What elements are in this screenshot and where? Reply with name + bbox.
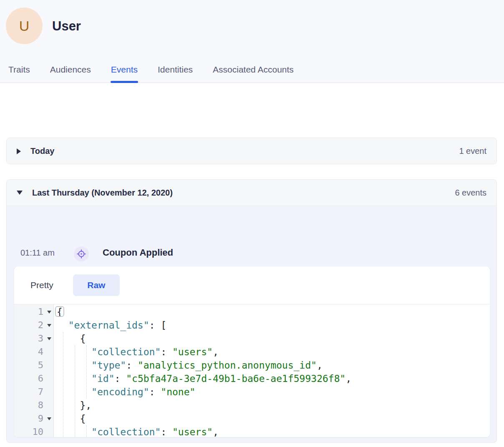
indent-guide xyxy=(75,345,75,437)
pretty-tab[interactable]: Pretty xyxy=(30,280,53,290)
code-line: { xyxy=(57,332,490,345)
code-line: "collection": "users", xyxy=(57,425,490,437)
fold-caret-icon[interactable] xyxy=(47,417,51,420)
user-avatar: U xyxy=(6,8,43,44)
fold-caret-icon[interactable] xyxy=(47,324,51,327)
event-group-last-thursday: Last Thursday (November 12, 2020) 6 even… xyxy=(6,179,497,443)
tab-events[interactable]: Events xyxy=(111,65,138,83)
line-number-gutter: 12345678910 xyxy=(14,304,54,437)
line-number: 1 xyxy=(14,305,53,319)
code-line: { xyxy=(57,412,490,425)
group-event-count: 1 event xyxy=(459,146,486,156)
group-event-count: 6 events xyxy=(455,188,486,198)
chevron-right-icon xyxy=(17,148,21,154)
code-line: "type": "analytics_python.anonymous_id", xyxy=(57,359,490,372)
event-payload-card: Pretty Raw 12345678910 { "external_ids":… xyxy=(14,266,490,437)
line-number: 8 xyxy=(14,399,53,412)
line-number: 3 xyxy=(14,332,53,345)
line-number: 4 xyxy=(14,345,53,359)
group-label: Last Thursday (November 12, 2020) xyxy=(32,188,173,198)
code-content: { "external_ids": [ { "collection": "use… xyxy=(54,304,490,437)
indent-guide xyxy=(86,345,87,399)
event-group-last-thursday-header[interactable]: Last Thursday (November 12, 2020) 6 even… xyxy=(7,180,496,206)
tab-traits[interactable]: Traits xyxy=(8,65,30,83)
line-number: 5 xyxy=(14,359,53,372)
event-name: Coupon Applied xyxy=(103,247,173,258)
code-line: "collection": "users", xyxy=(57,345,490,359)
code-line: "external_ids": [ xyxy=(57,319,490,332)
event-type-badge xyxy=(74,246,89,261)
json-raw-viewer[interactable]: 12345678910 { "external_ids": [ { "colle… xyxy=(14,304,490,437)
code-line: { xyxy=(57,305,490,319)
code-line: }, xyxy=(57,399,490,412)
line-number: 9 xyxy=(14,412,53,425)
tab-associated-accounts[interactable]: Associated Accounts xyxy=(213,65,294,83)
code-line: "id": "c5bfa47a-3e7d-49b1-ba6e-ae1f59932… xyxy=(57,372,490,385)
target-crosshair-icon xyxy=(76,249,86,259)
profile-tabs: Traits Audiences Events Identities Assoc… xyxy=(8,65,294,83)
fold-caret-icon[interactable] xyxy=(47,337,51,340)
event-row[interactable]: 01:11 am Coupon Applied xyxy=(7,206,496,250)
raw-tab[interactable]: Raw xyxy=(73,274,120,296)
page-title: User xyxy=(52,19,81,34)
line-number: 7 xyxy=(14,385,53,399)
event-group-today-header[interactable]: Today 1 event xyxy=(7,138,496,164)
chevron-down-icon xyxy=(17,191,23,195)
profile-header: U User Traits Audiences Events Identitie… xyxy=(0,0,504,83)
indent-guide xyxy=(63,332,63,437)
fold-caret-icon[interactable] xyxy=(47,311,51,314)
line-number: 2 xyxy=(14,319,53,332)
line-number: 10 xyxy=(14,425,53,437)
event-time: 01:11 am xyxy=(20,248,55,258)
avatar-letter: U xyxy=(19,18,30,34)
payload-view-tabs: Pretty Raw xyxy=(14,266,490,304)
indent-guide xyxy=(86,425,87,437)
filter-bar xyxy=(0,83,504,129)
event-group-today: Today 1 event xyxy=(6,138,497,164)
tab-identities[interactable]: Identities xyxy=(158,65,193,83)
tab-audiences[interactable]: Audiences xyxy=(50,65,91,83)
line-number: 6 xyxy=(14,372,53,385)
code-line: "encoding": "none" xyxy=(57,385,490,399)
group-label: Today xyxy=(30,146,54,156)
